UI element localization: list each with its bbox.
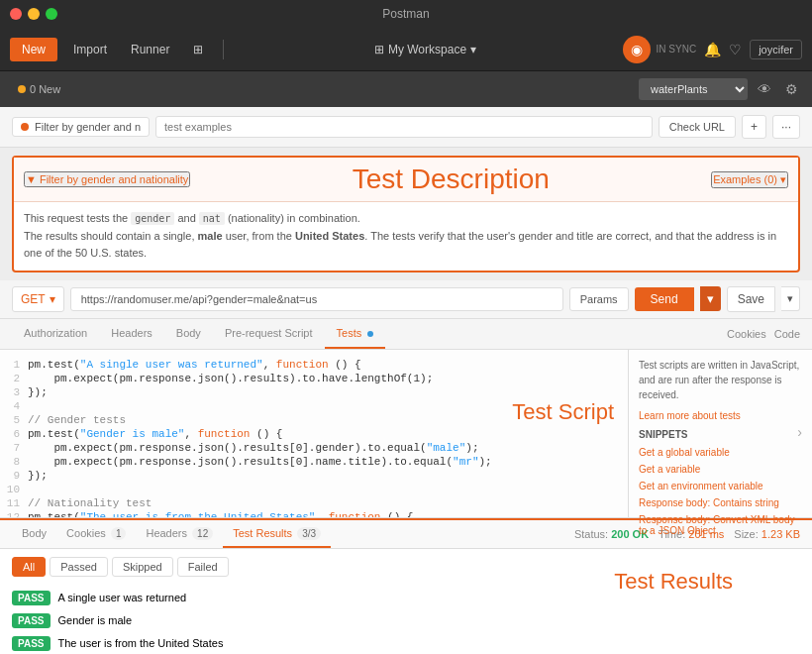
- filter-failed[interactable]: Failed: [177, 557, 229, 577]
- params-button[interactable]: Params: [569, 287, 629, 311]
- separator: [223, 40, 224, 59]
- test-result-3: PASS The user is from the United States: [12, 632, 800, 654]
- new-tab[interactable]: 0 New: [10, 79, 68, 99]
- more-options-button[interactable]: ···: [772, 115, 800, 139]
- tab-tests[interactable]: Tests: [325, 319, 386, 349]
- snippet-convert-xml[interactable]: Response body: Convert XML body to a JSO…: [639, 511, 802, 539]
- close-button[interactable]: [10, 8, 22, 20]
- code-line-8: 8 pm.expect(pm.response.json().results[0…: [0, 455, 628, 469]
- minimize-button[interactable]: [28, 8, 40, 20]
- response-tab-body[interactable]: Body: [12, 520, 56, 548]
- code-line-9: 9 });: [0, 469, 628, 483]
- app-title: Postman: [382, 7, 429, 21]
- code-line-3: 3 });: [0, 385, 628, 399]
- url-input[interactable]: [70, 287, 563, 311]
- code-line-4: 4: [0, 399, 628, 413]
- workspace-label: My Workspace: [388, 43, 466, 56]
- main-content: 1 pm.test("A single user was returned", …: [0, 350, 812, 518]
- tabs-right: Cookies Code: [727, 328, 800, 340]
- tab-prerequest[interactable]: Pre-request Script: [213, 319, 325, 349]
- pass-badge-2: PASS: [12, 613, 51, 628]
- tab-authorization[interactable]: Authorization: [12, 319, 99, 349]
- runner-button[interactable]: Runner: [123, 38, 177, 61]
- add-tab-button[interactable]: +: [742, 115, 766, 139]
- bell-icon[interactable]: 🔔: [704, 42, 721, 57]
- response-tab-headers[interactable]: Headers 12: [136, 520, 223, 548]
- filter-tab-label: Filter by gender and n: [35, 121, 141, 133]
- pass-badge-1: PASS: [12, 591, 51, 605]
- snippet-contains-string[interactable]: Response body: Contains string: [639, 494, 802, 511]
- response-tab-cookies[interactable]: Cookies 1: [56, 520, 136, 548]
- top-toolbar: New Import Runner ⊞ ⊞ My Workspace ▾ ◉ I…: [0, 28, 812, 71]
- code-line-2: 2 pm.expect(pm.response.json().results).…: [0, 372, 628, 385]
- heart-icon[interactable]: ♡: [729, 42, 742, 57]
- send-arrow-button[interactable]: ▾: [700, 286, 721, 311]
- description-title: Test Description: [353, 164, 550, 194]
- code-line-10: 10: [0, 483, 628, 496]
- learn-more-link[interactable]: Learn more about tests: [639, 410, 741, 421]
- test-result-label-1: A single user was returned: [58, 592, 187, 603]
- tabs-bar: Authorization Headers Body Pre-request S…: [0, 319, 812, 350]
- snippet-get-global[interactable]: Get a global variable: [639, 444, 802, 461]
- maximize-button[interactable]: [46, 8, 57, 20]
- send-button[interactable]: Send: [635, 287, 694, 311]
- test-result-label-2: Gender is male: [58, 614, 133, 626]
- method-select[interactable]: GET ▾: [12, 286, 64, 312]
- window-controls[interactable]: [10, 8, 57, 20]
- snippets-arrow[interactable]: ›: [797, 424, 802, 440]
- tab-dot: [18, 85, 26, 93]
- snippets-title: SNIPPETS: [639, 429, 687, 440]
- secondary-right: waterPlants 👁 ⚙: [639, 78, 802, 100]
- code-link[interactable]: Code: [774, 328, 800, 340]
- sync-label: IN SYNC: [657, 44, 697, 54]
- description-toggle[interactable]: ▼ Filter by gender and nationality: [24, 171, 190, 187]
- code-line-11: 11 // Nationality test: [0, 496, 628, 510]
- response-main: All Passed Skipped Failed PASS A single …: [12, 557, 800, 654]
- code-line-5: 5 // Gender tests: [0, 413, 628, 427]
- check-url-button[interactable]: Check URL: [659, 116, 736, 138]
- method-label: GET: [21, 292, 46, 306]
- filter-skipped[interactable]: Skipped: [112, 557, 173, 577]
- save-arrow-button[interactable]: ▾: [781, 286, 800, 311]
- code-line-7: 7 pm.expect(pm.response.json().results[0…: [0, 441, 628, 455]
- filter-dot-icon: [21, 123, 29, 131]
- collection-select[interactable]: waterPlants: [639, 78, 748, 100]
- snippet-get-variable[interactable]: Get a variable: [639, 461, 802, 478]
- code-panel[interactable]: 1 pm.test("A single user was returned", …: [0, 350, 629, 517]
- toolbar-icons: 🔔 ♡: [704, 42, 742, 57]
- test-examples-input[interactable]: [155, 116, 653, 138]
- examples-button[interactable]: Examples (0) ▾: [711, 171, 788, 188]
- tests-dot: [367, 331, 373, 337]
- description-title-area: Test Description: [190, 164, 711, 195]
- eye-button[interactable]: 👁: [754, 79, 775, 99]
- test-result-2: PASS Gender is male: [12, 609, 800, 632]
- filter-passed[interactable]: Passed: [50, 557, 108, 577]
- tab-body[interactable]: Body: [164, 319, 213, 349]
- tab-label: 0 New: [30, 83, 60, 95]
- pass-badge-3: PASS: [12, 636, 51, 651]
- new-button[interactable]: New: [10, 38, 57, 61]
- sync-icon: ◉: [623, 36, 651, 63]
- response-tab-testresults[interactable]: Test Results 3/3: [223, 520, 331, 548]
- workspace-button[interactable]: ⊞ My Workspace ▾: [374, 43, 476, 56]
- user-button[interactable]: joycifer: [750, 40, 802, 59]
- snippet-get-env[interactable]: Get an environment variable: [639, 478, 802, 494]
- description-body: This request tests the gender and nat (n…: [14, 202, 798, 271]
- description-section: ▼ Filter by gender and nationality Test …: [12, 156, 800, 272]
- filter-all[interactable]: All: [12, 557, 46, 577]
- secondary-toolbar: 0 New waterPlants 👁 ⚙: [0, 71, 812, 107]
- settings-button[interactable]: ⚙: [781, 79, 802, 99]
- method-chevron: ▾: [50, 292, 55, 306]
- filter-tabs: All Passed Skipped Failed: [12, 557, 800, 577]
- request-bar: Filter by gender and n Check URL + ···: [0, 107, 812, 148]
- code-line-6: 6 pm.test("Gender is male", function () …: [0, 427, 628, 441]
- cookies-link[interactable]: Cookies: [727, 328, 766, 340]
- import-button[interactable]: Import: [65, 38, 115, 61]
- save-button[interactable]: Save: [727, 286, 775, 312]
- tab-headers[interactable]: Headers: [99, 319, 164, 349]
- code-line-12: 12 pm.test("The user is from the United …: [0, 510, 628, 517]
- status-label: Status: 200 OK: [574, 528, 649, 540]
- filter-tab[interactable]: Filter by gender and n: [12, 117, 150, 137]
- builder-button[interactable]: ⊞: [185, 38, 211, 61]
- description-header: ▼ Filter by gender and nationality Test …: [14, 158, 798, 202]
